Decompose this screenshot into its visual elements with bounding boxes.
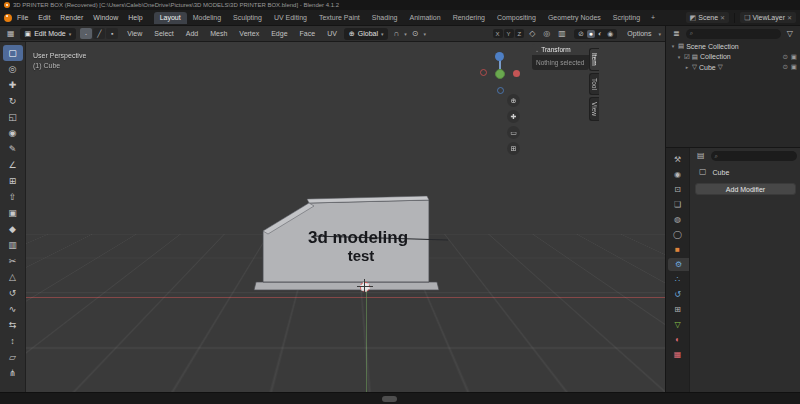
poly-build-tool-icon[interactable]: △ — [3, 269, 23, 285]
workspace-tab-sculpting[interactable]: Sculpting — [227, 12, 268, 24]
render-tab-icon[interactable]: ◉ — [666, 168, 689, 181]
scene-tab-icon[interactable]: ◍ — [666, 213, 689, 226]
menu-add[interactable]: Add — [181, 28, 203, 39]
sidebar-tab-view[interactable]: View — [589, 97, 599, 121]
transform-orientation-dropdown[interactable]: ⊕ Global ▾ — [344, 28, 389, 40]
workspace-tab-uv-editing[interactable]: UV Editing — [268, 12, 313, 24]
disable-render-icon[interactable]: ▣ — [791, 63, 797, 71]
workspace-tab-shading[interactable]: Shading — [366, 12, 404, 24]
material-shading-icon[interactable]: ◐ — [596, 30, 604, 38]
navigation-gizmo[interactable] — [476, 49, 524, 97]
loop-cut-tool-icon[interactable]: ▥ — [3, 237, 23, 253]
toggle-xray-icon[interactable]: ▥ — [555, 29, 569, 39]
cube-object[interactable]: 3d modeling test — [251, 192, 451, 297]
menu-file[interactable]: File — [12, 12, 33, 23]
shear-tool-icon[interactable]: ▱ — [3, 349, 23, 365]
twirl-icon[interactable]: ▾ — [676, 54, 682, 60]
filter-icon[interactable]: ▽ — [784, 29, 796, 39]
outliner-search-input[interactable]: ⌕ — [686, 29, 781, 39]
twirl-icon[interactable]: ▾ — [670, 43, 676, 49]
vertex-select-button[interactable]: ∙ — [80, 28, 92, 39]
base-plate[interactable] — [254, 282, 439, 290]
gizmo-y-axis-ball[interactable] — [495, 69, 505, 79]
outliner-row-scene-collection[interactable]: ▾ ▤ Scene Collection — [666, 41, 800, 52]
workspace-tab-scripting[interactable]: Scripting — [607, 12, 646, 24]
solid-shading-icon[interactable]: ● — [587, 30, 595, 38]
cursor-3d[interactable] — [360, 282, 370, 292]
editor-type-icon[interactable]: ▦ — [4, 29, 18, 39]
menu-face[interactable]: Face — [295, 28, 321, 39]
menu-window[interactable]: Window — [88, 12, 123, 23]
proportional-settings-chevron-icon[interactable]: ▾ — [423, 31, 426, 37]
material-tab-icon[interactable]: ◐ — [666, 333, 689, 346]
proportional-editing-icon[interactable]: ⊙ — [409, 29, 422, 39]
outliner-label[interactable]: Scene Collection — [686, 43, 739, 50]
modifiers-tab-icon[interactable]: ⚙ — [668, 258, 689, 271]
scene-unlink-icon[interactable]: ✕ — [720, 14, 725, 21]
scene-selector[interactable]: ◩ Scene ✕ — [686, 12, 730, 23]
properties-search-input[interactable]: ⌕ — [711, 151, 797, 161]
workspace-tab-modeling[interactable]: Modeling — [187, 12, 227, 24]
menu-render[interactable]: Render — [55, 12, 88, 23]
hide-eye-icon[interactable]: ⊙ — [782, 63, 787, 71]
exclude-checkbox[interactable]: ☑ — [684, 53, 690, 61]
snap-magnet-icon[interactable]: ∩ — [390, 29, 402, 39]
extrude-tool-icon[interactable]: ⇧ — [3, 189, 23, 205]
constraints-tab-icon[interactable]: ⊞ — [666, 303, 689, 316]
texture-tab-icon[interactable]: ▦ — [666, 348, 689, 361]
outliner-editor-icon[interactable]: ≣ — [670, 29, 683, 39]
annotate-tool-icon[interactable]: ✎ — [3, 141, 23, 157]
viewport-3d[interactable]: 3d modeling test User Perspective (1) Cu… — [26, 42, 665, 392]
menu-vertex[interactable]: Vertex — [234, 28, 264, 39]
pan-icon[interactable]: ✚ — [507, 110, 520, 123]
camera-view-icon[interactable]: ▭ — [507, 126, 520, 139]
spin-tool-icon[interactable]: ↺ — [3, 285, 23, 301]
world-tab-icon[interactable]: ◯ — [666, 228, 689, 241]
show-overlays-icon[interactable]: ◎ — [540, 29, 553, 39]
perspective-toggle-icon[interactable]: ⊞ — [507, 142, 520, 155]
mirror-z-button[interactable]: Z — [515, 29, 525, 38]
cursor-tool-icon[interactable]: ◎ — [3, 61, 23, 77]
mirror-y-button[interactable]: Y — [504, 29, 514, 38]
edge-slide-tool-icon[interactable]: ⇆ — [3, 317, 23, 333]
area-resize-handle[interactable] — [382, 396, 397, 402]
menu-mesh[interactable]: Mesh — [205, 28, 232, 39]
add-modifier-button[interactable]: Add Modifier — [695, 183, 796, 195]
add-cube-tool-icon[interactable]: ⊞ — [3, 173, 23, 189]
gizmo-neg-z-axis-ball[interactable] — [497, 87, 504, 94]
sidebar-tab-tool[interactable]: Tool — [589, 73, 599, 95]
menu-uv[interactable]: UV — [322, 28, 342, 39]
outliner-label[interactable]: Collection — [700, 53, 731, 60]
measure-tool-icon[interactable]: ∠ — [3, 157, 23, 173]
view-layer-selector[interactable]: ❏ ViewLayer ✕ — [740, 12, 796, 23]
zoom-icon[interactable]: ⊕ — [507, 94, 520, 107]
options-dropdown[interactable]: Options — [622, 28, 656, 39]
view-layer-tab-icon[interactable]: ❏ — [666, 198, 689, 211]
snap-settings-chevron-icon[interactable]: ▾ — [404, 31, 407, 37]
workspace-tab-layout[interactable]: Layout — [154, 12, 187, 24]
collapse-chevron-icon[interactable]: ⌄ — [535, 47, 539, 53]
output-tab-icon[interactable]: ⊡ — [666, 183, 689, 196]
physics-tab-icon[interactable]: ↺ — [666, 288, 689, 301]
mode-dropdown[interactable]: ▣ Edit Mode ▾ — [20, 28, 77, 40]
blender-menu-icon[interactable] — [4, 14, 12, 22]
breadcrumb-label[interactable]: Cube — [713, 169, 730, 176]
shrink-fatten-tool-icon[interactable]: ↕ — [3, 333, 23, 349]
bevel-tool-icon[interactable]: ◆ — [3, 221, 23, 237]
transform-tool-icon[interactable]: ◉ — [3, 125, 23, 141]
gizmo-neg-x-axis-ball[interactable] — [480, 69, 487, 76]
menu-view[interactable]: View — [122, 28, 147, 39]
rip-region-tool-icon[interactable]: ⋔ — [3, 365, 23, 381]
smooth-tool-icon[interactable]: ∿ — [3, 301, 23, 317]
rotate-tool-icon[interactable]: ↻ — [3, 93, 23, 109]
object-data-tab-icon[interactable]: ▽ — [666, 318, 689, 331]
scale-tool-icon[interactable]: ◱ — [3, 109, 23, 125]
object-tab-icon[interactable]: ■ — [666, 243, 689, 256]
gizmo-x-axis-ball[interactable] — [513, 70, 520, 77]
select-box-tool-icon[interactable]: ▢ — [3, 45, 23, 61]
inset-faces-tool-icon[interactable]: ▣ — [3, 205, 23, 221]
transform-panel-header[interactable]: ⌄ Transform — [532, 44, 589, 55]
view-layer-unlink-icon[interactable]: ✕ — [787, 14, 792, 21]
menu-edit[interactable]: Edit — [33, 12, 55, 23]
knife-tool-icon[interactable]: ✂ — [3, 253, 23, 269]
